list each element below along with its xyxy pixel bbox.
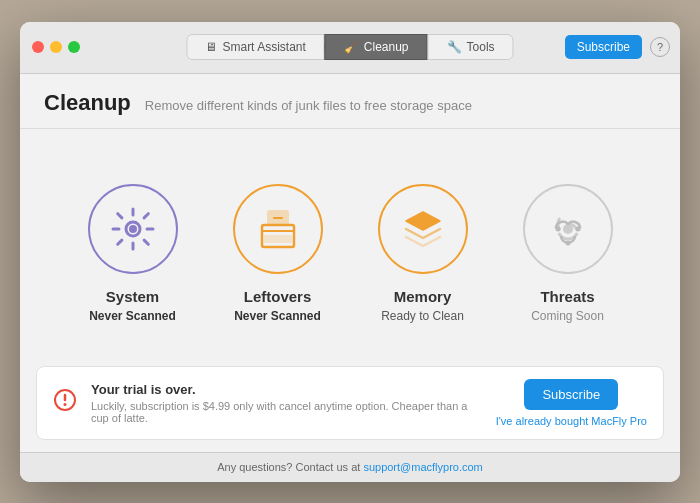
layers-icon: [398, 204, 448, 254]
warning-icon: [53, 388, 77, 418]
svg-point-6: [555, 226, 560, 231]
titlebar: MacFly Pro 🖥 Smart Assistant 🧹 Cleanup 🔧…: [20, 22, 680, 74]
footer-text: Any questions? Contact us at: [217, 461, 360, 473]
main-window: MacFly Pro 🖥 Smart Assistant 🧹 Cleanup 🔧…: [20, 22, 680, 482]
trial-text-block: Your trial is over. Luckily, subscriptio…: [91, 382, 482, 424]
page-header: Cleanup Remove different kinds of junk f…: [20, 74, 680, 129]
cleanup-grid: System Never Scanned Leftovers Never Sca…: [20, 129, 680, 358]
threats-label: Threats: [540, 288, 594, 305]
tab-tools[interactable]: 🔧 Tools: [428, 34, 514, 60]
svg-point-7: [575, 226, 580, 231]
wrench-icon: 🔧: [447, 40, 462, 54]
trial-subscribe-button[interactable]: Subscribe: [524, 379, 618, 410]
maximize-button[interactable]: [68, 41, 80, 53]
minimize-button[interactable]: [50, 41, 62, 53]
leftovers-label: Leftovers: [244, 288, 312, 305]
close-button[interactable]: [32, 41, 44, 53]
system-status: Never Scanned: [89, 309, 176, 323]
biohazard-icon: [544, 205, 592, 253]
system-label: System: [106, 288, 159, 305]
box-icon: [254, 205, 302, 253]
tab-smart-assistant[interactable]: 🖥 Smart Assistant: [186, 34, 324, 60]
traffic-lights: [32, 41, 80, 53]
trial-cta-block: Subscribe I've already bought MacFly Pro: [496, 379, 647, 427]
content-area: Cleanup Remove different kinds of junk f…: [20, 74, 680, 452]
threats-icon-circle: [523, 184, 613, 274]
memory-status: Ready to Clean: [381, 309, 464, 323]
svg-point-10: [64, 403, 67, 406]
page-title: Cleanup: [44, 90, 131, 116]
page-subtitle: Remove different kinds of junk files to …: [145, 98, 472, 113]
threats-status: Coming Soon: [531, 309, 604, 323]
footer: Any questions? Contact us at support@mac…: [20, 452, 680, 482]
system-icon-circle: [88, 184, 178, 274]
leftovers-status: Never Scanned: [234, 309, 321, 323]
tab-cleanup[interactable]: 🧹 Cleanup: [325, 34, 428, 60]
cleanup-item-leftovers[interactable]: Leftovers Never Scanned: [218, 184, 338, 323]
monitor-icon: 🖥: [205, 40, 217, 54]
svg-point-1: [129, 225, 137, 233]
help-button[interactable]: ?: [650, 37, 670, 57]
cleanup-item-threats: Threats Coming Soon: [508, 184, 628, 323]
subscribe-header-button[interactable]: Subscribe: [565, 35, 642, 59]
trial-title: Your trial is over.: [91, 382, 482, 397]
cleanup-item-system[interactable]: System Never Scanned: [73, 184, 193, 323]
gear-icon: [109, 205, 157, 253]
already-bought-link[interactable]: I've already bought MacFly Pro: [496, 415, 647, 427]
memory-label: Memory: [394, 288, 452, 305]
broom-icon: 🧹: [344, 40, 359, 54]
memory-icon-circle: [378, 184, 468, 274]
tab-bar: 🖥 Smart Assistant 🧹 Cleanup 🔧 Tools: [186, 34, 513, 60]
svg-rect-4: [264, 235, 292, 243]
trial-description: Luckily, subscription is $4.99 only with…: [91, 400, 482, 424]
leftovers-icon-circle: [233, 184, 323, 274]
trial-banner: Your trial is over. Luckily, subscriptio…: [36, 366, 664, 440]
footer-email[interactable]: support@macflypro.com: [363, 461, 482, 473]
svg-point-8: [565, 240, 570, 245]
cleanup-item-memory[interactable]: Memory Ready to Clean: [363, 184, 483, 323]
